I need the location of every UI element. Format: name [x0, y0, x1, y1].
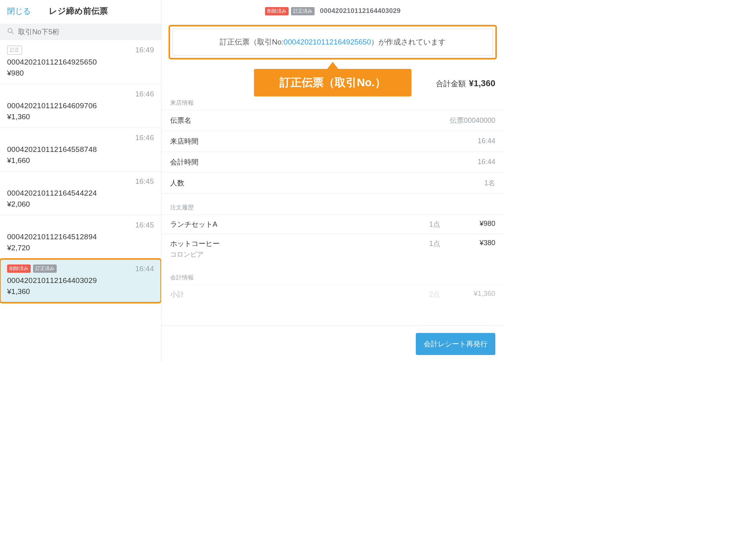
row-time: 16:49: [135, 46, 154, 54]
visit-key: 来店時間: [170, 137, 198, 146]
badge-訂正: 訂正: [7, 46, 22, 55]
search-icon: [7, 28, 14, 36]
order-qty: 1点: [393, 220, 440, 229]
header-transaction-id: 000420210112164403029: [320, 7, 401, 15]
receipt-row[interactable]: 16:45000420210112164544224¥2,060: [0, 172, 161, 215]
callout-bubble: 訂正伝票（取引No.）: [254, 69, 411, 96]
svg-line-1: [11, 32, 13, 34]
summary-row: 小計2点¥1,360: [161, 285, 504, 304]
row-transaction-id: 000420210112164544224: [7, 189, 154, 198]
badge-訂正済み: 訂正済み: [33, 264, 57, 273]
receipt-row[interactable]: 16:45000420210112164512894¥2,720: [0, 215, 161, 259]
badge-削除済み: 削除済み: [7, 264, 31, 273]
sidebar-header: 閉じる レジ締め前伝票: [0, 0, 161, 24]
search-input[interactable]: [18, 28, 154, 36]
order-qty: 1点: [393, 239, 440, 248]
receipt-row[interactable]: 16:46000420210112164609706¥1,360: [0, 84, 161, 128]
notice-text-after: ）が作成されています: [371, 38, 446, 46]
visit-value: 伝票00040000: [450, 116, 495, 125]
notice-highlight: 訂正伝票（取引No:000420210112164925650）が作成されていま…: [169, 25, 497, 59]
receipt-list[interactable]: 訂正16:49000420210112164925650¥98016:46000…: [0, 40, 161, 362]
reissue-receipt-button[interactable]: 会計レシート再発行: [416, 333, 495, 355]
sidebar: 閉じる レジ締め前伝票 訂正16:49000420210112164925650…: [0, 0, 161, 362]
summary-section-label: 会計情報: [161, 264, 504, 285]
visit-value: 1名: [484, 178, 495, 188]
badge-訂正済み: 訂正済み: [291, 7, 315, 15]
visit-row: 会計時間16:44: [161, 152, 504, 172]
receipt-row[interactable]: 訂正16:49000420210112164925650¥980: [0, 40, 161, 84]
order-section-label: 注文履歴: [161, 194, 504, 214]
total-amount: ¥1,360: [469, 78, 495, 89]
row-price: ¥980: [7, 69, 154, 78]
visit-value: 16:44: [478, 158, 495, 166]
search-bar[interactable]: [0, 24, 161, 40]
order-name: ホットコーヒー: [170, 239, 393, 248]
summary-label: 小計: [170, 290, 393, 299]
row-price: ¥2,060: [7, 200, 154, 209]
visit-value: 16:44: [478, 137, 495, 145]
order-item: ランチセットA1点¥980: [161, 214, 504, 234]
receipt-row[interactable]: 16:46000420210112164558748¥1,660: [0, 128, 161, 172]
row-transaction-id: 000420210112164403029: [7, 276, 154, 285]
order-item: ホットコーヒー1点¥380コロンビア: [161, 234, 504, 264]
close-button[interactable]: 閉じる: [7, 6, 31, 17]
row-time: 16:44: [135, 264, 154, 273]
summary-amount: ¥1,360: [440, 290, 495, 299]
notice-text-before: 訂正伝票（取引No:: [220, 38, 284, 46]
notice-transaction-link[interactable]: 000420210112164925650: [284, 38, 371, 46]
detail-panel: 削除済み訂正済み 000420210112164403029 訂正伝票（取引No…: [161, 0, 504, 362]
row-price: ¥2,720: [7, 244, 154, 252]
visit-row: 伝票名伝票00040000: [161, 110, 504, 131]
order-price: ¥380: [440, 239, 495, 248]
header-badges: 削除済み訂正済み: [265, 7, 315, 15]
detail-header: 削除済み訂正済み 000420210112164403029: [161, 0, 504, 21]
row-transaction-id: 000420210112164558748: [7, 145, 154, 154]
visit-row: 来店時間16:44: [161, 131, 504, 152]
sidebar-title: レジ締め前伝票: [49, 6, 108, 17]
row-transaction-id: 000420210112164609706: [7, 102, 154, 110]
visit-key: 会計時間: [170, 157, 198, 167]
summary-qty: 2点: [393, 290, 440, 299]
svg-point-0: [8, 28, 12, 33]
row-transaction-id: 000420210112164512894: [7, 233, 154, 241]
badge-削除済み: 削除済み: [265, 7, 289, 15]
visit-key: 伝票名: [170, 116, 191, 125]
row-time: 16:45: [135, 221, 154, 229]
order-name: ランチセットA: [170, 220, 393, 229]
detail-footer: 会計レシート再発行: [161, 325, 504, 362]
total-label: 合計金額: [436, 79, 466, 89]
order-price: ¥980: [440, 220, 495, 229]
order-subtext: コロンビア: [170, 250, 495, 259]
row-time: 16:46: [135, 90, 154, 98]
visit-key: 人数: [170, 178, 184, 188]
correction-notice: 訂正伝票（取引No:000420210112164925650）が作成されていま…: [172, 29, 493, 55]
row-time: 16:46: [135, 133, 154, 142]
row-price: ¥1,360: [7, 287, 154, 296]
row-price: ¥1,360: [7, 113, 154, 121]
receipt-row[interactable]: 削除済み訂正済み16:44000420210112164403029¥1,360: [0, 259, 161, 303]
row-price: ¥1,660: [7, 156, 154, 165]
row-time: 16:45: [135, 177, 154, 186]
visit-row: 人数1名: [161, 172, 504, 194]
row-transaction-id: 000420210112164925650: [7, 58, 154, 67]
